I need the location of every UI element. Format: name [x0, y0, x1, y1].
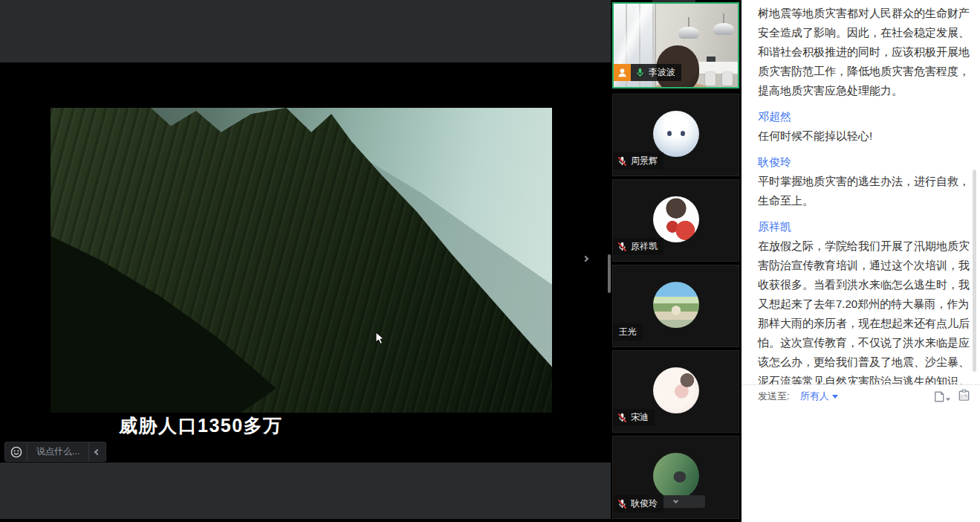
chat-message-text: 树地震等地质灾害都对人民群众的生命财产安全造成了影响。因此，在社会稳定发展、和谐…	[758, 4, 973, 100]
host-badge	[614, 64, 631, 81]
participant-badge-row: 原祥凯	[613, 238, 663, 255]
chat-message-author[interactable]: 原祥凯	[758, 217, 973, 236]
chevron-down-icon	[673, 498, 678, 503]
participant-tile-libobo[interactable]: 李波波	[612, 2, 739, 88]
participant-label: 宋迪	[613, 409, 655, 426]
send-to-row: 发送至: 所有人 公告	[742, 384, 980, 407]
video-content-mountains	[51, 108, 552, 413]
avatar	[653, 367, 699, 413]
panel-expand-chevron-right-icon[interactable]	[583, 256, 588, 262]
mic-muted-icon	[617, 242, 627, 252]
caret-down-icon	[832, 395, 838, 399]
announcement-button[interactable]: 公告	[957, 388, 971, 405]
participant-label: 原祥凯	[613, 238, 663, 255]
shared-video-frame: 威胁人口1350多万	[51, 108, 552, 441]
participant-tile-gengjunling[interactable]: 耿俊玲	[612, 436, 739, 519]
participant-label: 周景辉	[613, 152, 663, 170]
stage-bottom-bar	[0, 463, 611, 519]
send-to-label: 发送至:	[758, 390, 790, 403]
participant-tile-yuanxiangkai[interactable]: 原祥凯	[612, 179, 739, 262]
office-lamp	[678, 17, 699, 39]
chat-message-list: 树地震等地质灾害都对人民群众的生命财产安全造成了影响。因此，在社会稳定发展、和谐…	[742, 0, 980, 384]
shared-screen-stage: 威胁人口1350多万 说点什么...	[0, 62, 611, 463]
smiley-icon	[10, 446, 22, 458]
participant-name: 耿俊玲	[631, 497, 658, 510]
chat-message-author[interactable]: 耿俊玲	[758, 152, 973, 172]
mic-muted-icon	[617, 413, 627, 423]
participant-badge-row: 李波波	[614, 64, 681, 81]
participant-scrollbar[interactable]	[608, 254, 611, 293]
participant-name: 宋迪	[631, 411, 649, 424]
participant-tile-songdi[interactable]: 宋迪	[612, 350, 739, 433]
chat-input[interactable]	[742, 407, 980, 522]
avatar	[653, 196, 699, 242]
participant-label: 耿俊玲	[613, 495, 663, 512]
person-icon	[617, 67, 628, 78]
participant-badge-row: 王光	[613, 323, 643, 341]
chevron-down-icon	[946, 396, 950, 401]
office-lamp	[713, 13, 734, 36]
send-row-icons: 公告	[932, 388, 971, 405]
participant-tile-zhoujinghui[interactable]: 周景辉	[612, 94, 739, 176]
mic-muted-icon	[617, 499, 627, 509]
avatar	[653, 111, 699, 157]
send-to-selector[interactable]: 所有人	[800, 390, 838, 403]
avatar	[653, 453, 699, 499]
quick-chat-input[interactable]: 说点什么...	[27, 442, 89, 461]
announcement-icon-text: 公告	[960, 393, 969, 399]
office-laptop	[707, 57, 715, 62]
mic-on-icon	[635, 68, 645, 78]
mouse-cursor	[375, 332, 386, 345]
chat-message-text: 平时掌握地质灾害的逃生办法，进行自救，生命至上。	[758, 172, 973, 210]
office-chair	[705, 72, 715, 86]
chat-session-button[interactable]	[932, 390, 950, 404]
avatar	[653, 282, 699, 328]
participant-badge-row: 宋迪	[613, 409, 655, 426]
chevron-left-icon	[94, 448, 100, 454]
participant-label: 李波波	[631, 64, 681, 81]
chat-message-text: 在放假之际，学院给我们开展了汛期地质灾害防治宣传教育培训，通过这个次培训，我收获…	[758, 236, 973, 384]
quick-chat-bar: 说点什么...	[4, 442, 106, 462]
video-subtitle: 威胁人口1350多万	[119, 413, 283, 438]
mic-muted-icon	[617, 156, 627, 167]
participant-name: 王光	[619, 326, 637, 338]
office-chair	[722, 72, 733, 86]
meeting-app-window: 威胁人口1350多万 说点什么...	[0, 0, 980, 522]
announcement-icon: 公告	[957, 388, 971, 402]
chat-session-icon	[932, 390, 946, 404]
chat-message-author[interactable]: 邓超然	[758, 107, 973, 126]
participant-label: 王光	[613, 323, 643, 341]
participant-badge-row: 耿俊玲	[613, 495, 663, 512]
chat-scrollbar[interactable]	[973, 170, 976, 372]
participant-tile-wangguang[interactable]: 王光	[612, 265, 739, 347]
participant-name: 周景辉	[631, 155, 658, 167]
participant-badge-row: 周景辉	[613, 152, 663, 170]
quick-chat-collapse-button[interactable]	[89, 442, 106, 461]
quick-chat-placeholder: 说点什么...	[36, 445, 79, 458]
participant-name: 李波波	[649, 66, 675, 79]
send-to-value: 所有人	[800, 390, 829, 403]
chat-input-area	[742, 407, 980, 522]
emoji-button[interactable]	[5, 442, 27, 461]
stage-top-bar	[0, 0, 611, 62]
participant-name: 原祥凯	[631, 240, 658, 253]
chat-message-text: 任何时候不能掉以轻心!	[758, 126, 973, 146]
